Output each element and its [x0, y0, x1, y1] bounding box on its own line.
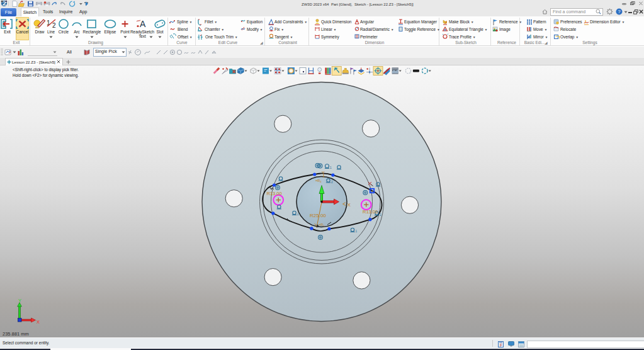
svg-text:2: 2: [331, 181, 333, 184]
svg-text:R13.00: R13.00: [267, 191, 282, 196]
svg-text:Y: Y: [322, 171, 325, 175]
svg-text:F: F: [500, 343, 502, 347]
svg-text:X: X: [37, 319, 40, 325]
svg-text:?: ?: [618, 9, 620, 14]
svg-text:=R4: =R4: [315, 179, 322, 183]
svg-text:1: 1: [356, 230, 358, 233]
svg-text:R25.00: R25.00: [310, 213, 326, 218]
svg-text:2: 2: [297, 213, 299, 216]
svg-text:2: 2: [380, 213, 381, 217]
svg-text:1: 1: [330, 166, 332, 169]
svg-text:R13.00: R13.00: [363, 209, 378, 215]
svg-text:=R1: =R1: [319, 223, 325, 227]
svg-text:235.881 mm: 235.881 mm: [3, 331, 29, 337]
svg-text:Y: Y: [18, 298, 21, 303]
svg-text:X: X: [347, 202, 351, 208]
